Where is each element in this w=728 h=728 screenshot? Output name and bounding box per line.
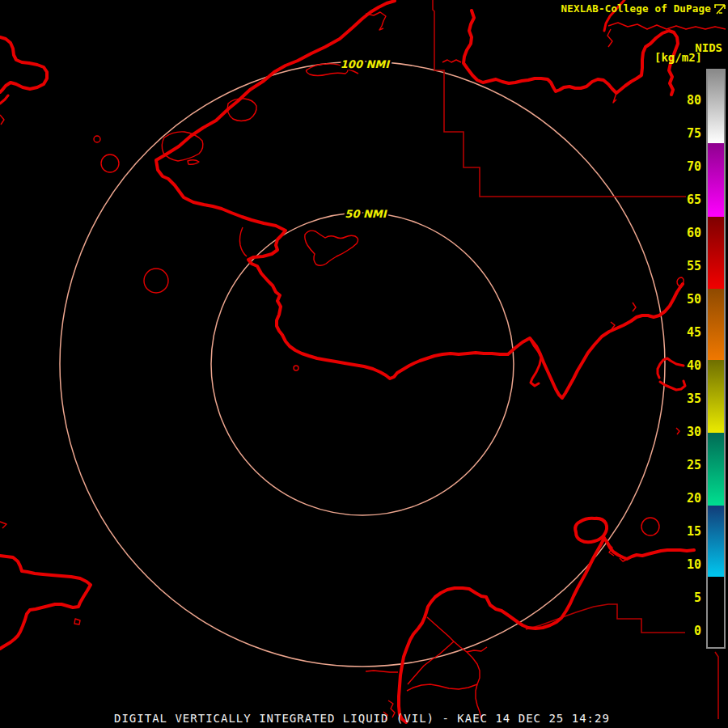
colorbar-tick: 25 bbox=[674, 458, 701, 472]
islet bbox=[188, 160, 199, 164]
boundary-line bbox=[715, 652, 718, 719]
lake-ring-small bbox=[94, 136, 100, 142]
river-branch bbox=[408, 641, 454, 684]
lake-ring bbox=[641, 518, 659, 535]
colorbar-units: [kg/m2] bbox=[654, 51, 702, 64]
river bbox=[427, 617, 481, 718]
colorbar-tick: 45 bbox=[674, 325, 701, 340]
lake-shoreline bbox=[463, 11, 678, 95]
colorbar-tick: 50 bbox=[674, 292, 701, 307]
shore-detail bbox=[0, 115, 4, 125]
colorbar-tick: 80 bbox=[674, 93, 701, 108]
coastline-east bbox=[603, 537, 694, 559]
shore-detail bbox=[442, 60, 461, 62]
colorbar-tick: 65 bbox=[674, 193, 701, 207]
lake-ring bbox=[144, 269, 168, 293]
colorbar-tick: 70 bbox=[674, 159, 701, 174]
colorbar-segment-yellow bbox=[708, 360, 724, 433]
bay-outline bbox=[399, 538, 604, 722]
lake-ring bbox=[101, 154, 119, 172]
shore-detail bbox=[607, 29, 612, 47]
coastline bbox=[156, 1, 683, 398]
radar-display: 100 NMI 50 NMI NEXLAB-College of DuPage … bbox=[0, 0, 728, 728]
colorbar-tick: 20 bbox=[674, 491, 701, 506]
header: NEXLAB-College of DuPage bbox=[561, 2, 726, 15]
radar-map: 100 NMI 50 NMI bbox=[0, 0, 728, 728]
shore-detail bbox=[366, 12, 386, 30]
site-title: NEXLAB-College of DuPage bbox=[561, 2, 711, 15]
colorbar-tick: 40 bbox=[674, 358, 701, 373]
range-ring-100nmi bbox=[60, 61, 665, 667]
lake-loop bbox=[575, 518, 607, 542]
range-rings bbox=[60, 61, 665, 667]
bay-detail bbox=[239, 227, 247, 256]
islet bbox=[74, 619, 80, 624]
colorbar-tick: 15 bbox=[674, 524, 701, 539]
colorbar-tick: 0 bbox=[674, 624, 701, 638]
islet bbox=[294, 366, 298, 370]
bay-islands bbox=[305, 231, 358, 265]
shore-meander bbox=[608, 23, 726, 29]
colorbar-tick: 75 bbox=[674, 126, 701, 141]
river-branch bbox=[467, 647, 487, 652]
range-label-100nmi: 100 NMI bbox=[341, 58, 391, 70]
colorbar-segment-red bbox=[708, 217, 724, 289]
status-bar: DIGITAL VERTICALLY INTEGRATED LIQUID (VI… bbox=[114, 712, 610, 725]
colorbar-segment-gray bbox=[708, 70, 724, 143]
colorbar-tick: 10 bbox=[674, 557, 701, 572]
colorbar-tick: 35 bbox=[674, 392, 701, 406]
spur bbox=[613, 93, 616, 103]
island bbox=[227, 99, 256, 121]
colorbar-segment-blue bbox=[708, 506, 724, 577]
colorbar bbox=[706, 69, 726, 649]
range-label-50nmi: 50 NMI bbox=[345, 208, 387, 220]
shore-detail bbox=[0, 522, 6, 528]
colorbar-tick: 30 bbox=[674, 425, 701, 439]
spur bbox=[633, 303, 636, 311]
nexlab-logo-icon bbox=[714, 3, 726, 15]
coastlines bbox=[0, 0, 694, 722]
coastline-fragment bbox=[0, 95, 8, 104]
island-outline-nw bbox=[0, 37, 47, 92]
river-branch bbox=[407, 684, 477, 691]
island bbox=[162, 132, 203, 161]
colorbar-segment-orange bbox=[708, 289, 724, 360]
boundary-line bbox=[526, 604, 685, 633]
colorbar-tick: 60 bbox=[674, 226, 701, 240]
colorbar-tick: 55 bbox=[674, 259, 701, 273]
shore-detail bbox=[366, 671, 398, 672]
colorbar-segment-teal bbox=[708, 433, 724, 506]
island-outline-sw bbox=[0, 556, 91, 649]
colorbar-segment-black bbox=[708, 577, 724, 647]
colorbar-segment-purple bbox=[708, 143, 724, 217]
colorbar-tick: 5 bbox=[674, 590, 701, 605]
